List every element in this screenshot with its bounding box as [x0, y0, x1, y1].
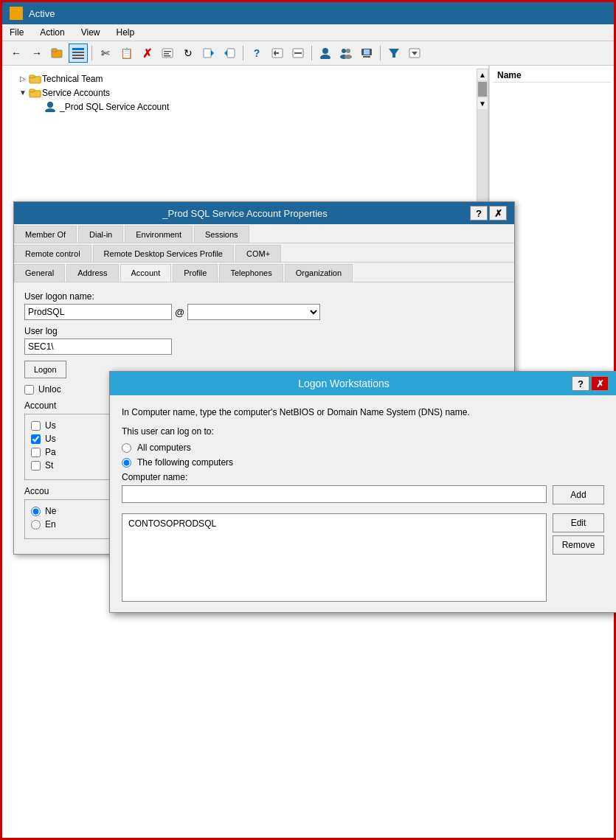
tab-telephones[interactable]: Telephones: [219, 264, 283, 282]
properties-button[interactable]: [158, 44, 177, 63]
logon-ws-help-button[interactable]: ?: [572, 376, 589, 391]
svg-rect-7: [164, 51, 171, 52]
svg-rect-31: [30, 75, 35, 78]
tab-environment[interactable]: Environment: [125, 226, 193, 243]
option-us2-checkbox[interactable]: [31, 434, 41, 444]
radio-never-label: Ne: [45, 506, 56, 516]
tree-item-technical-team[interactable]: ▷ Technical Team: [2, 72, 477, 86]
svg-marker-13: [224, 50, 227, 56]
tabs-row2: Remote control Remote Desktop Services P…: [14, 243, 514, 263]
svg-rect-26: [363, 56, 370, 58]
logon-ws-title: Logon Workstations: [117, 378, 570, 389]
folder-icon-service-accounts: [29, 87, 42, 98]
radio-never[interactable]: [31, 507, 41, 516]
tabs-row1: Member Of Dial-in Environment Sessions: [14, 224, 514, 243]
zoom-out-button[interactable]: [288, 44, 308, 63]
option-st-checkbox[interactable]: [31, 461, 41, 471]
logon-hours-button[interactable]: Logon: [24, 361, 66, 378]
toolbar-sep-3: [311, 46, 312, 60]
unlock-checkbox[interactable]: [24, 385, 34, 395]
domain-select[interactable]: [187, 304, 320, 320]
ws-radio-all[interactable]: [122, 443, 131, 453]
user-button[interactable]: [316, 44, 335, 63]
scroll-thumb: [478, 82, 487, 97]
option-us1-checkbox[interactable]: [31, 421, 41, 431]
tab-account[interactable]: Account: [120, 264, 172, 282]
svg-marker-27: [389, 49, 399, 58]
tab-address[interactable]: Address: [66, 264, 118, 282]
more-button[interactable]: [405, 44, 424, 63]
title-text: Active: [29, 8, 606, 19]
ws-edit-button[interactable]: Edit: [553, 513, 604, 532]
detail-view-button[interactable]: [69, 44, 88, 63]
computer-button[interactable]: [357, 44, 376, 63]
svg-point-21: [346, 49, 350, 53]
ws-computer-name-input[interactable]: [122, 485, 547, 503]
tree-item-service-accounts[interactable]: ▼ Service Accounts: [2, 86, 477, 100]
tab-rdp-profile[interactable]: Remote Desktop Services Profile: [93, 245, 234, 262]
back-button[interactable]: ←: [7, 44, 26, 63]
toolbar: ← → ✄ 📋 ✗ ↻ ?: [2, 41, 614, 66]
zoom-in-button[interactable]: [268, 44, 287, 63]
ws-input-row: Add: [122, 485, 604, 507]
toolbar-sep-1: [91, 46, 92, 60]
filter-button[interactable]: [384, 44, 404, 63]
menu-file[interactable]: File: [7, 26, 27, 39]
expander-technical-team: ▷: [17, 74, 29, 83]
folder-icon-technical-team: [29, 73, 42, 84]
user-logon-down-label: User log: [24, 326, 504, 336]
scroll-down-btn[interactable]: ▼: [477, 98, 488, 109]
properties-close-button[interactable]: ✗: [489, 206, 507, 221]
menu-bar: File Action View Help: [2, 24, 614, 41]
tab-profile[interactable]: Profile: [173, 264, 218, 282]
user-logon-down-input[interactable]: [24, 339, 172, 355]
svg-rect-4: [72, 55, 84, 56]
toolbar-sep-2: [243, 46, 243, 60]
delete-button[interactable]: ✗: [137, 44, 156, 63]
copy-button[interactable]: 📋: [117, 44, 136, 63]
svg-point-18: [322, 48, 328, 54]
ws-add-button[interactable]: Add: [553, 485, 604, 504]
scroll-up-btn[interactable]: ▲: [477, 69, 488, 80]
option-us2-label: Us: [45, 434, 56, 444]
app-icon: [10, 7, 23, 20]
svg-rect-1: [52, 49, 57, 52]
tab-com-plus[interactable]: COM+: [235, 245, 281, 262]
tab-general[interactable]: General: [14, 264, 65, 282]
refresh-button[interactable]: ↻: [179, 44, 198, 63]
up-folder-button[interactable]: [48, 44, 67, 63]
users-button[interactable]: [336, 44, 356, 63]
menu-help[interactable]: Help: [114, 26, 138, 39]
svg-rect-25: [364, 49, 370, 55]
logon-ws-title-bar: Logon Workstations ? ✗: [110, 372, 616, 395]
tab-member-of[interactable]: Member Of: [14, 226, 77, 243]
logon-ws-close-button[interactable]: ✗: [591, 376, 609, 391]
ws-list-item-contoso[interactable]: CONTOSOPRODSQL: [125, 517, 543, 530]
svg-rect-5: [72, 58, 84, 59]
radio-end-label: En: [45, 519, 56, 530]
menu-action[interactable]: Action: [37, 26, 67, 39]
ws-remove-button[interactable]: Remove: [553, 535, 604, 555]
help-button[interactable]: ?: [247, 44, 266, 63]
radio-end-of[interactable]: [31, 520, 41, 530]
forward-button[interactable]: →: [27, 44, 46, 63]
option-pa-checkbox[interactable]: [31, 448, 41, 457]
tree-item-prod-sql[interactable]: _Prod SQL Service Account: [2, 100, 477, 114]
user-logon-input[interactable]: [24, 304, 172, 320]
cut-button[interactable]: ✄: [96, 44, 115, 63]
import-button[interactable]: [220, 44, 239, 63]
tab-sessions[interactable]: Sessions: [194, 226, 249, 243]
tab-organization[interactable]: Organization: [285, 264, 353, 282]
option-pa-label: Pa: [45, 447, 56, 457]
ws-logon-label: This user can log on to:: [122, 426, 604, 437]
export-button[interactable]: [199, 44, 218, 63]
properties-help-button[interactable]: ?: [470, 206, 488, 221]
svg-point-35: [45, 108, 55, 112]
toolbar-sep-4: [380, 46, 381, 60]
menu-view[interactable]: View: [78, 26, 103, 39]
ws-radio-following[interactable]: [122, 458, 131, 468]
tab-remote-control[interactable]: Remote control: [14, 245, 91, 262]
tab-dial-in[interactable]: Dial-in: [78, 226, 123, 243]
name-header: Name: [493, 69, 611, 83]
ws-computers-list[interactable]: CONTOSOPRODSQL: [122, 513, 547, 602]
